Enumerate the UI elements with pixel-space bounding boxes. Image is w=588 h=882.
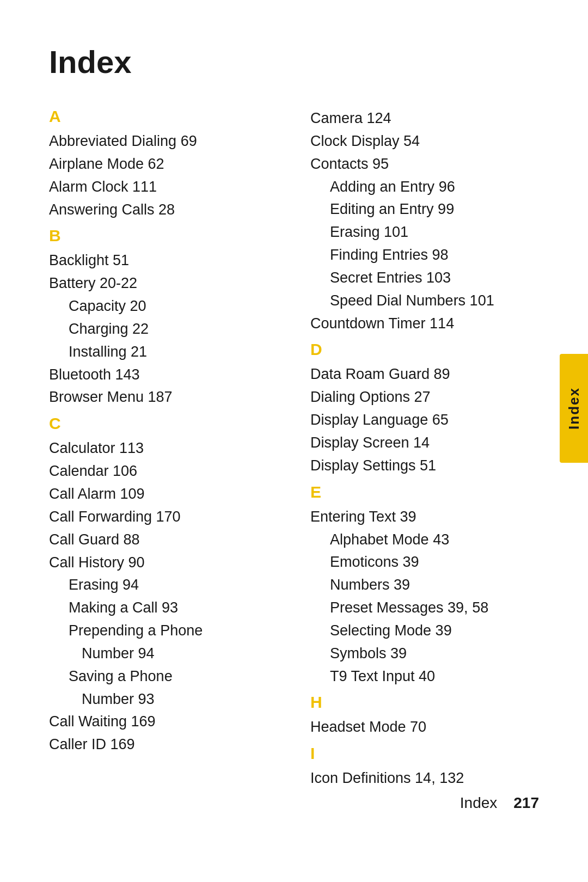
index-entry: Number 93: [49, 688, 278, 711]
section-letter-b: B: [49, 226, 278, 245]
index-entry: Charging 22: [49, 318, 278, 341]
footer-label: Index: [460, 794, 498, 812]
page-footer: Index 217: [460, 794, 539, 812]
index-entry: Finding Entries 98: [310, 244, 539, 267]
index-entry: Calendar 106: [49, 460, 278, 483]
index-entry: Call Alarm 109: [49, 483, 278, 506]
page-container: Index AAbbreviated Dialing 69Airplane Mo…: [0, 0, 588, 839]
index-entry: Abbreviated Dialing 69: [49, 130, 278, 153]
section-group: BBacklight 51Battery 20-22Capacity 20Cha…: [49, 226, 278, 409]
index-entry: Display Screen 14: [310, 432, 539, 455]
section-group: IIcon Definitions 14, 132: [310, 744, 539, 790]
index-entry: Bluetooth 143: [49, 364, 278, 387]
index-entry: Emoticons 39: [310, 551, 539, 574]
left-column: AAbbreviated Dialing 69Airplane Mode 62A…: [49, 107, 278, 762]
index-entry: Answering Calls 28: [49, 199, 278, 222]
index-entry: Clock Display 54: [310, 130, 539, 153]
index-entry: Adding an Entry 96: [310, 176, 539, 199]
page-title: Index: [49, 44, 539, 80]
index-entry: Editing an Entry 99: [310, 198, 539, 221]
index-entry: Saving a Phone: [49, 665, 278, 688]
index-entry: Alphabet Mode 43: [310, 529, 539, 552]
index-entry: Number 94: [49, 642, 278, 665]
index-entry: Alarm Clock 111: [49, 176, 278, 199]
section-letter-e: E: [310, 483, 539, 501]
section-group: CCalculator 113Calendar 106Call Alarm 10…: [49, 414, 278, 756]
index-entry: Call Guard 88: [49, 529, 278, 552]
index-entry: Dialing Options 27: [310, 386, 539, 409]
index-entry: Display Settings 51: [310, 455, 539, 477]
section-letter-c: C: [49, 414, 278, 433]
index-columns: AAbbreviated Dialing 69Airplane Mode 62A…: [49, 107, 539, 795]
index-entry: Speed Dial Numbers 101: [310, 290, 539, 313]
side-tab-label: Index: [566, 387, 583, 430]
index-entry: Erasing 101: [310, 221, 539, 244]
index-entry: Making a Call 93: [49, 597, 278, 620]
index-entry: Countdown Timer 114: [310, 313, 539, 335]
section-group: AAbbreviated Dialing 69Airplane Mode 62A…: [49, 107, 278, 221]
index-entry: Selecting Mode 39: [310, 620, 539, 642]
section-letter-h: H: [310, 693, 539, 712]
index-entry: Installing 21: [49, 341, 278, 364]
index-entry: Caller ID 169: [49, 733, 278, 756]
index-entry: Capacity 20: [49, 295, 278, 318]
section-letter-a: A: [49, 107, 278, 126]
right-column: Camera 124Clock Display 54Contacts 95Add…: [310, 107, 539, 795]
index-entry: Data Roam Guard 89: [310, 363, 539, 386]
index-entry: Headset Mode 70: [310, 716, 539, 739]
index-entry: Battery 20-22: [49, 272, 278, 295]
index-entry: Entering Text 39: [310, 506, 539, 529]
index-entry: Airplane Mode 62: [49, 153, 278, 176]
index-entry: Erasing 94: [49, 574, 278, 597]
index-entry: Calculator 113: [49, 437, 278, 460]
index-entry: Prepending a Phone: [49, 620, 278, 642]
index-entry: Secret Entries 103: [310, 267, 539, 290]
index-entry: Symbols 39: [310, 642, 539, 665]
section-group: DData Roam Guard 89Dialing Options 27Dis…: [310, 340, 539, 477]
index-entry: T9 Text Input 40: [310, 665, 539, 688]
index-entry: Call History 90: [49, 552, 278, 574]
index-entry: Icon Definitions 14, 132: [310, 767, 539, 790]
section-group: HHeadset Mode 70: [310, 693, 539, 739]
section-group: Camera 124Clock Display 54Contacts 95Add…: [310, 107, 539, 335]
section-letter-i: I: [310, 744, 539, 763]
index-entry: Contacts 95: [310, 153, 539, 176]
section-group: EEntering Text 39Alphabet Mode 43Emotico…: [310, 483, 539, 688]
index-entry: Backlight 51: [49, 249, 278, 272]
index-entry: Camera 124: [310, 107, 539, 130]
index-entry: Numbers 39: [310, 574, 539, 597]
side-tab: Index: [560, 354, 588, 463]
footer-page-number: 217: [513, 794, 539, 812]
index-entry: Call Waiting 169: [49, 710, 278, 733]
index-entry: Preset Messages 39, 58: [310, 597, 539, 620]
section-letter-d: D: [310, 340, 539, 359]
index-entry: Browser Menu 187: [49, 386, 278, 409]
index-entry: Display Language 65: [310, 409, 539, 432]
index-entry: Call Forwarding 170: [49, 506, 278, 529]
